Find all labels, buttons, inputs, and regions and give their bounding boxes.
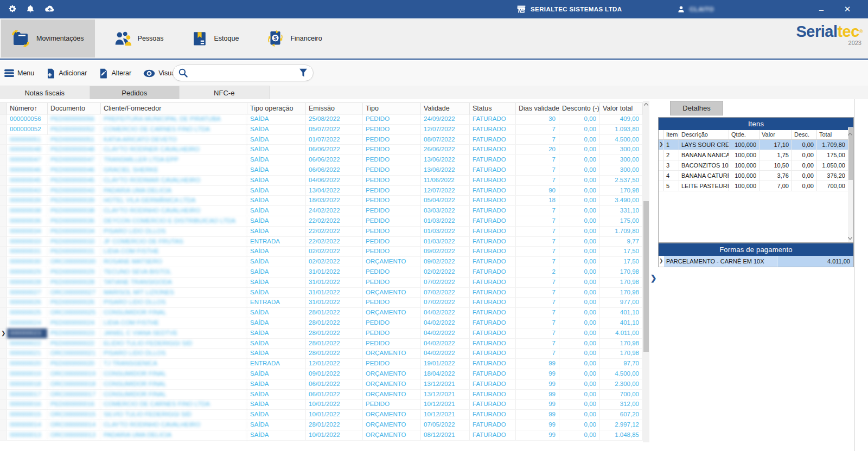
column-header[interactable]: Emissão (306, 103, 363, 114)
notifications-bell-icon[interactable] (26, 4, 35, 14)
order-row[interactable]: 000000018ORC000000018CONSUMIDOR FINALSAÍ… (0, 379, 643, 390)
order-row[interactable]: 000000031PED000000031LIDIA COM FISTHESAÍ… (0, 247, 643, 257)
close-button[interactable]: ✕ (835, 0, 859, 18)
row-indicator (659, 171, 664, 181)
order-row[interactable]: 000000024PED000000024LIDIA COM FISTHESAÍ… (0, 318, 643, 328)
order-cell-numero: 000000018 (7, 379, 48, 389)
order-row[interactable]: 000000029PED000000029TECUNO SEVA BISTOLS… (0, 267, 643, 278)
order-cell-numero: 000000029 (7, 267, 48, 277)
item-cell-total: 1.050,00 (817, 160, 848, 170)
order-cell-dias: 7 (516, 278, 559, 287)
order-row[interactable]: 000000027ORC000000027MARISOL MIT LIZIONE… (0, 288, 643, 298)
column-header[interactable]: Desconto (-) (559, 103, 600, 114)
column-header[interactable]: Tipo operação (247, 103, 306, 114)
order-row[interactable]: 000000045PED000000045CLAYTO RODIMAR CAVA… (0, 176, 643, 186)
order-row[interactable]: 000000015ORC000000015SILVIO TULIO FEDERI… (0, 410, 643, 420)
module-financeiro[interactable]: $ Financeiro (256, 18, 330, 59)
items-column-header[interactable]: Desc. (792, 130, 817, 139)
module-pessoas[interactable]: Pessoas (104, 18, 173, 59)
order-row[interactable]: 000000028PED000000028TATIANE TRANSIGODAS… (0, 278, 643, 288)
order-row[interactable]: 000000019ORC000000019CONSUMIDOR FINALSAÍ… (0, 369, 643, 379)
tab-pedidos[interactable]: Pedidos (90, 86, 180, 99)
column-header[interactable]: Validade (421, 103, 470, 114)
item-row[interactable]: 5LEITE PASTEURIZADO T100,0007,000,00700,… (659, 181, 853, 191)
items-scroll-up-icon[interactable] (847, 131, 853, 137)
row-indicator (0, 227, 7, 236)
order-row[interactable]: 000000043PED000000043PADARIA UMA DELICIA… (0, 186, 643, 196)
orders-scrollbar-thumb[interactable] (643, 201, 649, 352)
tab-notas-fiscais[interactable]: Notas fiscais (0, 86, 90, 99)
items-scroll-down-icon[interactable] (847, 235, 853, 241)
order-row[interactable]: 000000025ORC000000025CONSUMIDOR FINALSAÍ… (0, 308, 643, 318)
order-row[interactable]: 000000016PED000000016COMERCIO DE CARNES … (0, 400, 643, 410)
settings-gear-icon[interactable] (8, 4, 17, 14)
order-row[interactable]: 000000036PED000000036DEYCON COMERCIO E D… (0, 216, 643, 227)
column-header[interactable]: Dias validade (516, 103, 559, 114)
order-row[interactable]: 000000021ORC000000021PISARO LIDO DLLOSSA… (0, 349, 643, 359)
order-cell-documento: PED000000038 (48, 206, 101, 216)
filter-funnel-icon[interactable] (299, 68, 308, 78)
scroll-up-icon[interactable] (643, 101, 649, 107)
order-row[interactable]: 000000047PED000000047TRANSMILLER LTDA EP… (0, 155, 643, 165)
row-indicator (0, 114, 7, 124)
order-row[interactable]: 000000038PED000000038CLAYTO RODINHO CAVA… (0, 206, 643, 216)
search-box[interactable] (173, 65, 314, 81)
item-row[interactable]: 3BACONZITOS 103GR100,00010,500,001.050,0… (659, 160, 853, 171)
items-column-header[interactable]: Valor (760, 130, 792, 139)
tab-nfce[interactable]: NFC-e (180, 86, 270, 99)
adicionar-button[interactable]: Adicionar (46, 68, 87, 79)
order-row[interactable]: 000000039PED000000039HOTEL VILA GERMÂNIC… (0, 196, 643, 206)
details-panel-expander-chevron[interactable]: ❯ (649, 270, 658, 286)
menu-button[interactable]: Menu (4, 69, 34, 77)
minimize-button[interactable]: – (809, 0, 833, 18)
order-cell-tipo: PEDIDO (363, 114, 421, 124)
order-row[interactable]: 000000017ORC000000017CONSUMIDOR FINALSAÍ… (0, 390, 643, 400)
order-row[interactable]: ❯000000023PED000000023JANIEL C VIANA SED… (0, 328, 643, 339)
row-indicator: ❯ (659, 256, 664, 267)
order-row[interactable]: 000000046PED000000046GRACIEL SHERKESAÍDA… (0, 165, 643, 176)
item-row[interactable]: ❯1LAYS SOUR CREAM 96G100,00017,100,001.7… (659, 140, 853, 150)
orders-vertical-scrollbar[interactable] (643, 101, 649, 442)
order-row[interactable]: 000000048PED000000048CLAYTO RODINER CAVA… (0, 145, 643, 155)
search-input[interactable] (192, 69, 296, 77)
item-cell-total: 175,00 (817, 150, 848, 160)
item-row[interactable]: 4BANANA CATURRA100,0003,760,00376,20 (659, 171, 853, 181)
module-label: Pessoas (138, 35, 164, 42)
items-column-header[interactable]: Total (817, 130, 848, 139)
order-cell-total: 3.490,00 (600, 196, 643, 205)
alterar-button[interactable]: Alterar (99, 68, 131, 79)
order-row[interactable]: 000000033PED000000033JF COMERCIO DE FRUT… (0, 237, 643, 247)
order-row[interactable]: 000000052PED000000052COMERCIO DE CARNES … (0, 125, 643, 135)
order-cell-documento: PED000000045 (48, 176, 101, 185)
order-row[interactable]: 000000034PED000000034PISARO LIDO DLLOSSA… (0, 227, 643, 237)
order-row[interactable]: 000000051PED000000051KATIA ARICATO DEVET… (0, 135, 643, 145)
column-header[interactable]: Status (470, 103, 516, 114)
items-column-header[interactable]: Qtde. (729, 130, 760, 139)
module-estoque[interactable]: Estoque (181, 18, 248, 59)
order-row[interactable]: 000000014ORC000000014CLAYTO RODINHO CAVA… (0, 420, 643, 430)
cloud-sync-icon[interactable] (44, 5, 55, 13)
order-cell-emissao: 02/02/2022 (306, 247, 363, 256)
order-row[interactable]: 000000030ORC000000030ROSANE MATSEROSAÍDA… (0, 257, 643, 267)
items-column-header[interactable]: Item (664, 130, 679, 139)
module-movimentacoes[interactable]: Movimentações (1, 20, 95, 57)
order-cell-documento: PED000000029 (48, 267, 101, 277)
order-cell-validade: 08/12/2021 (421, 430, 470, 440)
order-row[interactable]: 000000020PED000000020TJ TRANSGENICAENTRA… (0, 359, 643, 369)
order-row[interactable]: 000000013ORC000000013PADARIA UMA DELICIA… (0, 430, 643, 441)
order-row[interactable]: 000000022PED000000022ELIDIO TULIO FEDERI… (0, 339, 643, 349)
column-header[interactable]: Cliente/Fornecedor (101, 103, 247, 114)
items-column-header[interactable]: Descrição (679, 130, 729, 139)
order-cell-dias: 99 (516, 430, 559, 440)
order-cell-tipo: PEDIDO (363, 339, 421, 349)
column-header[interactable]: Documento (48, 103, 101, 114)
order-row[interactable]: 000000056PED000000056PREFEITURA MUNICIPA… (0, 114, 643, 125)
column-header[interactable]: Tipo (363, 103, 421, 114)
item-row[interactable]: 2BANANA NANICA100,0001,750,00175,00 (659, 150, 853, 160)
tab-detalhes[interactable]: Detalhes (670, 101, 723, 115)
order-row[interactable]: 000000026PED000000026PISARO LIDO DLLOSEN… (0, 298, 643, 308)
payment-row[interactable]: ❯ PARCELAMENTO - CARNÊ EM 10X 4.011,00 (659, 256, 853, 267)
items-scrollbar[interactable] (848, 127, 853, 242)
column-header[interactable]: Número↑ (7, 103, 48, 114)
column-header[interactable]: Valor total (600, 103, 643, 114)
